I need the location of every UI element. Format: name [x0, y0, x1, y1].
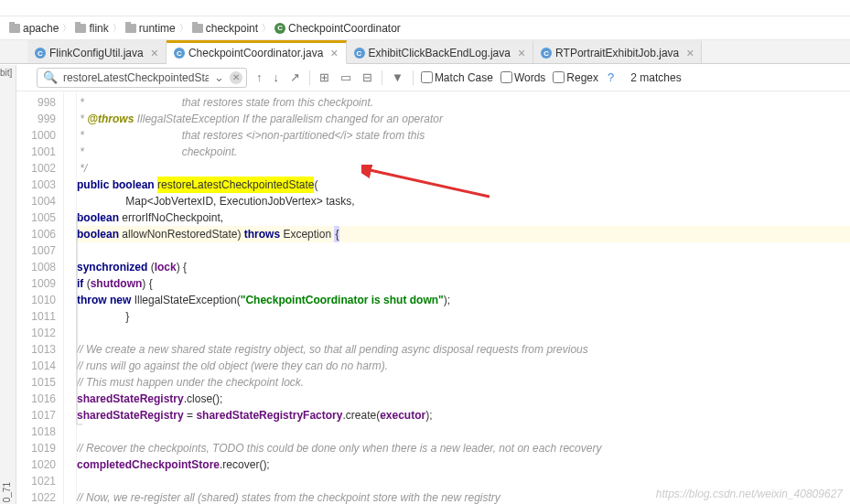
folder-icon: [75, 24, 86, 33]
code-line[interactable]: [77, 424, 850, 440]
code-line[interactable]: synchronized (lock) {: [77, 259, 850, 275]
search-input[interactable]: [63, 71, 209, 84]
line-number: 1022: [16, 489, 56, 504]
breadcrumb-item[interactable]: checkpoint: [192, 22, 258, 35]
filter-icon[interactable]: ▼: [390, 70, 405, 84]
prev-icon[interactable]: ↑: [254, 70, 264, 84]
clear-icon[interactable]: ✕: [230, 71, 242, 84]
code-editor[interactable]: 9989991000100110021003100410051006100710…: [16, 92, 850, 504]
marker-gutter: [64, 92, 77, 504]
line-number: 1012: [16, 325, 56, 341]
chevron-right-icon: 〉: [113, 22, 122, 35]
line-number: 1014: [16, 358, 56, 374]
java-icon: C: [35, 48, 46, 59]
code-line[interactable]: [77, 325, 850, 341]
export-icon[interactable]: ↗: [288, 70, 302, 84]
breadcrumb-label: runtime: [139, 22, 176, 35]
code-line[interactable]: * @throws IllegalStateException If the p…: [77, 111, 850, 127]
code-line[interactable]: if (shutdown) {: [77, 275, 850, 292]
line-number: 1015: [16, 374, 56, 391]
bit-label: bit]: [0, 68, 12, 78]
breadcrumb-label: CheckpointCoordinator: [288, 22, 401, 35]
line-number: 1008: [16, 259, 56, 275]
search-icon: 🔍: [41, 70, 59, 84]
code-line[interactable]: // Recover the checkpoints, TODO this co…: [77, 440, 850, 456]
chevron-right-icon: 〉: [262, 22, 271, 35]
code-line[interactable]: // This must happen under the checkpoint…: [77, 374, 850, 391]
sdk-label: 0_71: [2, 482, 12, 502]
tab-label: CheckpointCoordinator.java: [188, 47, 323, 59]
close-icon[interactable]: ×: [686, 46, 694, 60]
java-icon: C: [174, 48, 185, 59]
match-case-check[interactable]: Match Case: [421, 71, 493, 84]
matches-label: 2 matches: [630, 71, 681, 84]
folder-icon: [192, 24, 203, 33]
line-gutter: 9989991000100110021003100410051006100710…: [16, 92, 64, 504]
code-line[interactable]: */: [77, 160, 850, 177]
chevron-right-icon: 〉: [179, 22, 188, 35]
breadcrumb-label: flink: [89, 22, 108, 35]
code-line[interactable]: * that restores state from this checkpoi…: [77, 94, 850, 111]
select-all-icon[interactable]: ▭: [339, 70, 353, 84]
help-icon[interactable]: ?: [606, 70, 616, 84]
code-line[interactable]: }: [77, 308, 850, 325]
code-line[interactable]: // We create a new shared state registry…: [77, 341, 850, 358]
code-line[interactable]: sharedStateRegistry = sharedStateRegistr…: [77, 407, 850, 424]
search-bar: 🔍 ⌄ ✕ ↑ ↓ ↗ ⊞ ▭ ⊟ ▼ Match Case Words Reg…: [0, 64, 850, 91]
folder-icon: [9, 24, 20, 33]
regex-check[interactable]: Regex: [553, 71, 598, 84]
line-number: 1007: [16, 242, 56, 259]
code-line[interactable]: public boolean restoreLatestCheckpointed…: [77, 177, 850, 193]
tab-label: RTPortraitExhibitJob.java: [555, 47, 679, 59]
code-line[interactable]: boolean errorIfNoCheckpoint,: [77, 209, 850, 226]
watermark: https://blog.csdn.net/weixin_40809627: [656, 488, 843, 500]
line-number: 1013: [16, 341, 56, 358]
line-number: 1021: [16, 473, 56, 489]
tab-label: ExhibitClickBackEndLog.java: [369, 47, 511, 59]
tab-label: FlinkConfigUtil.java: [49, 47, 144, 59]
line-number: 1003: [16, 177, 56, 193]
code-line[interactable]: Map<JobVertexID, ExecutionJobVertex> tas…: [77, 193, 850, 209]
line-number: 1004: [16, 193, 56, 209]
search-field[interactable]: 🔍 ⌄ ✕: [37, 68, 247, 88]
breadcrumb-item[interactable]: runtime: [125, 22, 176, 35]
breadcrumb-item[interactable]: CCheckpointCoordinator: [274, 22, 401, 35]
tab[interactable]: CExhibitClickBackEndLog.java×: [347, 40, 534, 63]
code-line[interactable]: sharedStateRegistry.close();: [77, 391, 850, 407]
history-icon[interactable]: ⌄: [212, 70, 226, 84]
breadcrumb-item[interactable]: flink: [75, 22, 108, 35]
breadcrumb-item[interactable]: apache: [9, 22, 59, 35]
chevron-right-icon: 〉: [62, 22, 71, 35]
line-number: 999: [16, 111, 56, 127]
line-number: 1018: [16, 424, 56, 440]
close-icon[interactable]: ×: [151, 46, 158, 60]
next-icon[interactable]: ↓: [272, 70, 282, 84]
tab[interactable]: CRTPortraitExhibitJob.java×: [533, 40, 702, 63]
tab[interactable]: CCheckpointCoordinator.java×: [167, 40, 347, 64]
words-check[interactable]: Words: [500, 71, 545, 84]
code-line[interactable]: * checkpoint.: [77, 144, 850, 160]
java-icon: C: [541, 48, 552, 59]
tab[interactable]: CFlinkConfigUtil.java×: [27, 40, 167, 63]
code-line[interactable]: // runs will go against the old object (…: [77, 358, 850, 374]
code-line[interactable]: throw new IllegalStateException("Checkpo…: [77, 292, 850, 308]
line-number: 1019: [16, 440, 56, 456]
code-area[interactable]: * that restores state from this checkpoi…: [77, 92, 850, 504]
folder-icon: [125, 24, 136, 33]
remove-icon[interactable]: ⊟: [360, 70, 374, 84]
java-icon: C: [354, 48, 365, 59]
left-tool-strip: 0_71: [0, 65, 16, 504]
code-line[interactable]: boolean allowNonRestoredState) throws Ex…: [77, 226, 850, 242]
code-line[interactable]: * that restores <i>non-partitioned</i> s…: [77, 127, 850, 144]
line-number: 1002: [16, 160, 56, 177]
code-line[interactable]: completedCheckpointStore.recover();: [77, 456, 850, 473]
line-number: 998: [16, 94, 56, 111]
breadcrumb-label: checkpoint: [206, 22, 258, 35]
code-line[interactable]: [77, 242, 850, 259]
breadcrumbs: apache〉flink〉runtime〉checkpoint〉CCheckpo…: [0, 16, 850, 40]
close-icon[interactable]: ×: [330, 46, 338, 60]
line-number: 1011: [16, 308, 56, 325]
separator: [413, 70, 414, 85]
close-icon[interactable]: ×: [518, 46, 525, 60]
add-selection-icon[interactable]: ⊞: [317, 70, 331, 84]
